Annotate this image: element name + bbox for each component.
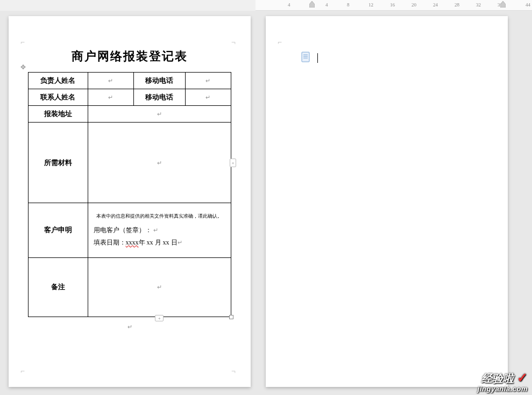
field-customer-declaration[interactable]: 本表中的信息和提供的相关文件资料真实准确，谨此确认。 用电客户（签章）： ↵ 填… [88,203,231,258]
paragraph-mark-icon: ↵ [127,324,132,330]
crop-mark-icon: ⌐ [278,39,285,46]
ruler-tick: 44 [526,2,530,8]
ruler-tick: 4 [325,2,328,8]
crop-mark-icon: ⌐ [20,39,28,46]
ruler-tick: 32 [476,2,481,8]
ruler-tick: 4 [288,2,290,8]
paragraph-mark-icon: ↵ [157,160,162,166]
registration-form-table[interactable]: 负责人姓名 ↵ 移动电话 ↵ 联系人姓名 ↵ 移动电话 ↵ 报装地址 ↵ 所需材… [28,72,231,317]
table-row: 联系人姓名 ↵ 移动电话 ↵ [29,89,231,106]
paragraph-mark-icon: ↵ [205,77,210,84]
field-mobile-phone-1[interactable]: ↵ [185,73,231,89]
page-2-content[interactable] [285,48,488,64]
svg-marker-0 [309,1,315,8]
page-2[interactable]: ⌐ [266,16,508,387]
horizontal-ruler: 4 4 8 12 16 20 24 28 32 36 44 [256,0,532,11]
add-row-handle-icon[interactable]: + [155,315,164,321]
label-customer-declaration[interactable]: 客户申明 [29,203,88,258]
label-contact-name[interactable]: 联系人姓名 [29,89,88,106]
label-mobile-phone-2[interactable]: 移动电话 [133,89,185,106]
svg-rect-2 [302,52,309,62]
field-remarks[interactable]: ↵ + [88,257,231,317]
field-mobile-phone-2[interactable]: ↵ [185,89,231,106]
paragraph-mark-icon: ↵ [178,239,182,246]
label-mobile-phone-1[interactable]: 移动电话 [133,73,185,89]
declaration-date-line[interactable]: 填表日期：xxxx年 xx 月 xx 日↵ [94,236,225,249]
table-row: 报装地址 ↵ [29,106,231,123]
page-1[interactable]: ⌐ ¬ ⌐ ¬ ✥ 商户网络报装登记表 负责人姓名 ↵ 移动电话 ↵ 联系人姓名… [9,16,251,387]
table-row: 所需材料 ↵ + [29,123,231,203]
date-year-value: xxxx [126,239,139,246]
document-workspace: ⌐ ¬ ⌐ ¬ ✥ 商户网络报装登记表 负责人姓名 ↵ 移动电话 ↵ 联系人姓名… [0,11,532,395]
ruler-tick: 24 [433,2,438,8]
field-install-address[interactable]: ↵ [88,106,231,123]
form-table-container: 负责人姓名 ↵ 移动电话 ↵ 联系人姓名 ↵ 移动电话 ↵ 报装地址 ↵ 所需材… [28,72,231,317]
text-cursor-icon [317,53,318,63]
indent-marker-icon[interactable] [500,1,506,9]
field-required-materials[interactable]: ↵ + [88,123,231,203]
paragraph-mark-icon: ↵ [108,94,113,100]
declaration-notice: 本表中的信息和提供的相关文件资料真实准确，谨此确认。 [94,212,225,221]
ruler-tick: 8 [347,2,350,8]
date-month-value: xx [147,239,153,246]
document-title[interactable]: 商户网络报装登记表 [28,48,231,64]
svg-marker-1 [500,1,506,8]
label-remarks[interactable]: 备注 [29,257,88,317]
table-anchor-icon[interactable]: ✥ [20,63,26,71]
add-column-handle-icon[interactable]: + [230,159,236,167]
ruler-tick: 28 [455,2,459,8]
label-required-materials[interactable]: 所需材料 [29,123,88,203]
field-responsible-name[interactable]: ↵ [88,73,133,89]
crop-mark-icon: ¬ [231,368,239,375]
declaration-signature-line[interactable]: 用电客户（签章）： ↵ [94,224,225,236]
crop-mark-icon: ¬ [231,39,239,46]
ruler-tick: 16 [390,2,395,8]
label-responsible-name[interactable]: 负责人姓名 [29,73,88,89]
indent-marker-icon[interactable] [309,1,315,6]
ruler-tick: 20 [412,2,416,8]
paragraph-mark-icon: ↵ [157,284,162,290]
field-contact-name[interactable]: ↵ [88,89,133,106]
ruler-tick: 12 [368,2,373,8]
date-day-value: xx [163,239,169,246]
table-row: 负责人姓名 ↵ 移动电话 ↵ [29,73,231,89]
table-resize-handle-icon[interactable] [229,315,233,319]
crop-mark-icon: ⌐ [20,368,28,375]
table-row: 客户申明 本表中的信息和提供的相关文件资料真实准确，谨此确认。 用电客户（签章）… [29,203,231,258]
paragraph-mark-icon: ↵ [205,94,210,100]
document-icon [301,52,311,64]
trailing-paragraph[interactable]: ↵ [28,321,231,331]
paragraph-mark-icon: ↵ [153,227,158,233]
paragraph-mark-icon: ↵ [108,77,113,84]
paragraph-mark-icon: ↵ [157,111,162,117]
label-install-address[interactable]: 报装地址 [29,106,88,123]
table-row: 备注 ↵ + [29,257,231,317]
